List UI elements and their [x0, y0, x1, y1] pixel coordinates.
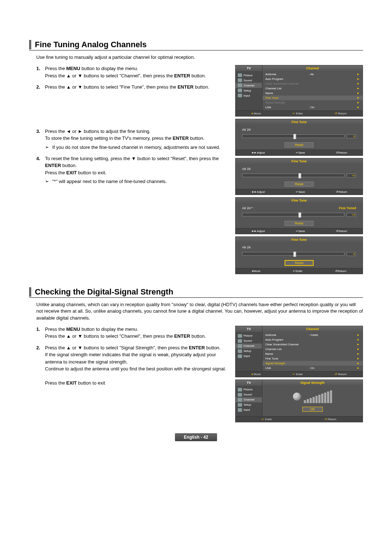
osd-menu-item[interactable]: Signal Strength►: [262, 361, 363, 366]
channel-label: Air 24: [242, 167, 251, 171]
osd-menu-item[interactable]: Channel List►: [262, 86, 363, 91]
osd-fine-tune-panel: Fine TuneAir 240Reset◄►Adjust↵Save↺Retur…: [235, 119, 363, 156]
osd-sidebar-item[interactable]: Setup: [236, 88, 262, 93]
ok-button[interactable]: OK: [302, 407, 323, 412]
osd-signal-title: Signal Strength: [262, 380, 363, 386]
osd-sidebar-item[interactable]: Channel: [236, 83, 262, 88]
satellite-dish-icon: [293, 393, 301, 401]
osd-menu-item[interactable]: Fine Tune►: [262, 96, 363, 100]
sidebar-icon: [238, 339, 242, 343]
osd-sidebar-item[interactable]: Input: [236, 93, 262, 98]
osd-fine-tune-panel: Fine TuneAir 24+3Reset◄►Adjust↵Save↺Retu…: [235, 158, 363, 195]
fine-tune-title: Fine Tune: [236, 198, 363, 203]
osd-sidebar-item[interactable]: Channel: [236, 344, 262, 349]
sidebar-icon: [238, 398, 242, 402]
osd-menu-item[interactable]: Clear Scrambled Channel►: [262, 81, 363, 86]
osd-sidebar-item[interactable]: Sound: [236, 78, 262, 83]
step-1: Press the MENU button to display the men…: [36, 65, 232, 79]
instruction-list: Press the MENU button to display the men…: [36, 65, 232, 185]
osd-sidebar-item[interactable]: Sound: [236, 338, 262, 344]
osd-menu-item[interactable]: Clear Scrambled Channel►: [262, 342, 363, 347]
sidebar-icon: [238, 334, 242, 338]
signal-bars-icon: [304, 390, 332, 403]
reset-button[interactable]: Reset: [285, 142, 314, 147]
osd-sidebar-item[interactable]: Channel: [236, 397, 262, 402]
sidebar-icon: [238, 84, 242, 87]
channel-label: Air 24: [242, 128, 251, 131]
s2-step-2: Press the ▲ or ▼ buttons to select "Sign…: [36, 344, 232, 387]
osd-menu-item[interactable]: Name►: [262, 352, 363, 356]
channel-label: Air 24 *: [242, 206, 253, 210]
osd-channel-menu: TV Channel PictureSoundChannelSetupInput…: [235, 65, 363, 117]
osd-signal-strength: TV Signal Strength PictureSoundChannelSe…: [235, 379, 363, 422]
fine-tune-title: Fine Tune: [236, 119, 363, 125]
fine-tune-slider[interactable]: +3: [242, 212, 356, 217]
sidebar-icon: [238, 89, 242, 92]
osd-menu-item[interactable]: LNA: On►: [262, 105, 363, 110]
instruction-list-2: Press the MENU button to display the men…: [36, 326, 232, 387]
fine-tuned-badge: Fine Tuned: [339, 206, 356, 210]
sidebar-icon: [238, 94, 242, 97]
step-3-note: If you do not store the fine-tuned chann…: [45, 144, 232, 151]
fine-tune-title: Fine Tune: [236, 237, 363, 243]
fine-tune-slider[interactable]: +3: [242, 173, 356, 178]
section-header: Fine Tuning Analog Channels: [29, 40, 363, 50]
fine-tune-slider[interactable]: 0: [242, 251, 356, 256]
osd-fine-tune-panel: Fine TuneAir 240Reset♦Move↵Enter↺Return: [235, 236, 363, 274]
fine-tune-slider[interactable]: 0: [242, 134, 356, 139]
step-4-note: "*" will appear next to the name of fine…: [45, 178, 232, 185]
osd-menu-item[interactable]: Antenna: Air►: [262, 72, 363, 77]
fine-tune-title: Fine Tune: [236, 158, 363, 164]
sidebar-icon: [238, 388, 242, 391]
osd-channel-menu-2: TV Channel PictureSoundChannelSetupInput…: [235, 326, 363, 377]
osd-menu-item[interactable]: Fine Tune►: [262, 356, 363, 361]
osd-sidebar-item[interactable]: Input: [236, 354, 262, 359]
osd-menu-item[interactable]: Auto Program►: [262, 77, 363, 81]
channel-label: Air 24: [242, 245, 251, 249]
osd-menu-title: Channel: [262, 65, 363, 71]
reset-button[interactable]: Reset: [285, 260, 314, 266]
sidebar-icon: [238, 344, 242, 348]
osd-sidebar-item[interactable]: Picture: [236, 387, 262, 392]
section2-title: Checking the Digital-Signal Strength: [35, 287, 173, 297]
osd-menu-item[interactable]: Antenna: Cable►: [262, 333, 363, 337]
page-footer: English - 42: [29, 433, 363, 441]
step-4: To reset the fine tuning setting, press …: [36, 155, 232, 185]
section-intro: Use fine tuning to manually adjust a par…: [36, 54, 363, 61]
reset-button[interactable]: Reset: [285, 182, 314, 187]
page-number: English - 42: [175, 433, 217, 441]
fine-tune-value: +3: [347, 174, 356, 178]
sidebar-icon: [238, 349, 242, 353]
osd-sidebar-item[interactable]: Setup: [236, 349, 262, 354]
osd-menu-item[interactable]: Auto Program►: [262, 337, 363, 342]
sidebar-icon: [238, 78, 242, 82]
section2-header: Checking the Digital-Signal Strength: [29, 287, 363, 298]
osd-sidebar-item[interactable]: Picture: [236, 73, 262, 78]
fine-tune-value: 0: [347, 252, 356, 256]
fine-tune-value: +3: [347, 213, 356, 217]
osd-tv-label: TV: [236, 65, 262, 71]
section2-intro: Unlike analog channels, which can vary i…: [36, 301, 363, 321]
sidebar-icon: [238, 393, 242, 397]
osd-fine-tune-panel: Fine TuneAir 24 *Fine Tuned+3Reset◄►Adju…: [235, 197, 363, 234]
osd-sidebar-item[interactable]: Input: [236, 407, 262, 413]
osd-menu-item[interactable]: Name►: [262, 91, 363, 96]
section-title: Fine Tuning Analog Channels: [35, 40, 147, 49]
reset-button[interactable]: Reset: [285, 221, 314, 226]
sidebar-icon: [238, 354, 242, 358]
osd-menu-item[interactable]: Signal Strength►: [262, 100, 363, 105]
osd-tv-label: TV: [236, 380, 262, 386]
ornament-bars: [29, 287, 31, 297]
step-2: Press the ▲ or ▼ buttons to select "Fine…: [36, 84, 232, 123]
fine-tune-value: 0: [347, 134, 356, 138]
osd-sidebar-item[interactable]: Sound: [236, 392, 262, 397]
sidebar-icon: [238, 408, 242, 412]
osd-menu-item[interactable]: LNA: On►: [262, 366, 363, 370]
sidebar-icon: [238, 73, 242, 77]
ornament-bars: [29, 40, 31, 49]
sidebar-icon: [238, 403, 242, 407]
step-3: Press the ◄ or ► buttons to adjust the f…: [36, 128, 232, 151]
osd-menu-item[interactable]: Channel List►: [262, 347, 363, 352]
osd-sidebar-item[interactable]: Picture: [236, 333, 262, 338]
osd-sidebar-item[interactable]: Setup: [236, 402, 262, 407]
